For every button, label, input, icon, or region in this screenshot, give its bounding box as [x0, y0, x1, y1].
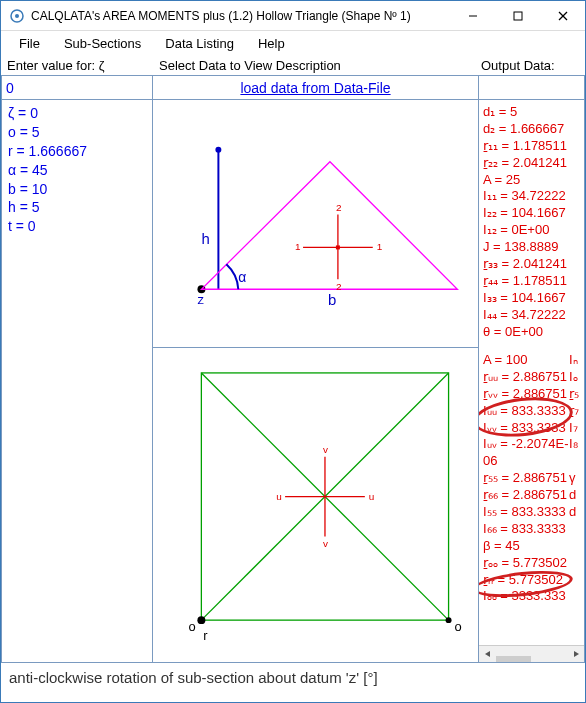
menu-help[interactable]: Help — [246, 33, 297, 54]
input-row: load data from Data-File — [1, 75, 585, 100]
diagram-square[interactable]: v v u u o o r — [153, 348, 479, 663]
output-list-2[interactable]: A = 100Iₙ ṟᵤᵤ = 2.886751Iₒ ṟᵥᵥ = 2.88675… — [479, 348, 584, 645]
output-item: I₅₅ = 833.3333 — [483, 504, 569, 521]
svg-point-30 — [197, 616, 205, 624]
output-item: d — [569, 504, 576, 521]
input-item: α = 45 — [8, 161, 146, 180]
input-item: t = 0 — [8, 217, 146, 236]
output-item: ṟ₅ — [569, 386, 579, 403]
output-item: I₄₄ = 34.72222 — [483, 307, 580, 324]
input-list[interactable]: ζ = 0 o = 5 r = 1.666667 α = 45 b = 10 h… — [1, 100, 153, 663]
output-item: A = 100 — [483, 352, 569, 369]
diagram-triangle[interactable]: z α h b 2 2 1 1 — [153, 100, 479, 348]
output-item: d₂ = 1.666667 — [483, 121, 580, 138]
output-item: Iᵤᵥ = -2.2074E-06 — [483, 436, 569, 470]
input-item: o = 5 — [8, 123, 146, 142]
label-row: Enter value for: ζ Select Data to View D… — [1, 55, 585, 75]
value-input[interactable] — [1, 75, 153, 100]
svg-text:z: z — [197, 292, 203, 307]
output-item: β = 45 — [483, 538, 580, 555]
svg-text:o: o — [455, 619, 462, 634]
svg-text:2: 2 — [336, 202, 342, 213]
svg-point-7 — [215, 147, 221, 153]
scroll-thumb[interactable] — [496, 656, 531, 663]
maximize-button[interactable] — [495, 1, 540, 31]
svg-marker-36 — [574, 651, 579, 657]
output-item: Iₙ — [569, 352, 578, 369]
svg-text:o: o — [188, 619, 195, 634]
output-item: ṟᵥᵥ = 2.886751 — [483, 386, 569, 403]
svg-point-31 — [446, 617, 452, 623]
svg-text:1: 1 — [377, 241, 383, 252]
input-item: r = 1.666667 — [8, 142, 146, 161]
output-item: Iᵤᵤ = 833.3333 — [483, 403, 569, 420]
svg-point-1 — [15, 14, 19, 18]
output-item: ṟ₅₅ = 2.886751 — [483, 470, 569, 487]
titlebar: CALQLATA's AREA MOMENTS plus (1.2) Hollo… — [1, 1, 585, 31]
output-item: ṟ₆₆ = 2.886751 — [483, 487, 569, 504]
svg-text:b: b — [328, 291, 336, 308]
menu-file[interactable]: File — [7, 33, 52, 54]
load-data-link[interactable]: load data from Data-File — [240, 80, 390, 96]
output-item: A = 25 — [483, 172, 580, 189]
svg-text:v: v — [323, 538, 328, 549]
svg-rect-3 — [514, 12, 522, 20]
output-item: ṟ₂₂ = 2.041241 — [483, 155, 580, 172]
output-item: d — [569, 487, 576, 504]
status-bar: anti-clockwise rotation of sub-section a… — [1, 663, 585, 699]
output-item: ṟₒₒ = 5.773502 — [483, 555, 580, 572]
menu-sub-sections[interactable]: Sub-Sections — [52, 33, 153, 54]
horizontal-scrollbar[interactable] — [479, 645, 584, 662]
output-item: J = 138.8889 — [483, 239, 580, 256]
menubar: File Sub-Sections Data Listing Help — [1, 31, 585, 55]
output-item: I₁₁ = 34.72222 — [483, 188, 580, 205]
output-item: Iᵥᵥ = 833.3333 — [483, 420, 569, 437]
output-item: ṟ₁₁ = 1.178511 — [483, 138, 580, 155]
svg-text:u: u — [276, 491, 282, 502]
app-icon — [9, 8, 25, 24]
svg-text:h: h — [201, 230, 209, 247]
output-item: I₆₆ = 833.3333 — [483, 521, 580, 538]
svg-marker-35 — [485, 651, 490, 657]
svg-text:α: α — [238, 269, 246, 285]
svg-text:v: v — [323, 444, 328, 455]
window-title: CALQLATA's AREA MOMENTS plus (1.2) Hollo… — [31, 9, 450, 23]
input-item: b = 10 — [8, 180, 146, 199]
output-pane: d₁ = 5 d₂ = 1.666667 ṟ₁₁ = 1.178511 ṟ₂₂ … — [479, 100, 585, 663]
input-item: ζ = 0 — [8, 104, 146, 123]
output-item: I₇ — [569, 420, 578, 437]
main-row: ζ = 0 o = 5 r = 1.666667 α = 45 b = 10 h… — [1, 100, 585, 663]
svg-text:2: 2 — [336, 281, 342, 292]
output-item: Iₒ — [569, 369, 578, 386]
output-item: Iₒₒ = 3333.333 — [483, 588, 580, 605]
link-cell: load data from Data-File — [153, 75, 479, 100]
output-item: ṟᵣᵣ = 5.773502 — [483, 572, 580, 589]
output-header-cell — [479, 75, 585, 100]
output-item: I₂₂ = 104.1667 — [483, 205, 580, 222]
svg-text:1: 1 — [295, 241, 301, 252]
output-item: γ — [569, 470, 576, 487]
output-item: ṟ₇ — [569, 403, 579, 420]
output-item: I₃₃ = 104.1667 — [483, 290, 580, 307]
output-item: θ = 0E+00 — [483, 324, 580, 341]
center-pane: z α h b 2 2 1 1 — [153, 100, 479, 663]
status-text: anti-clockwise rotation of sub-section a… — [9, 669, 378, 686]
output-item: d₁ = 5 — [483, 104, 580, 121]
select-data-label: Select Data to View Description — [155, 58, 477, 73]
scroll-right-button[interactable] — [567, 646, 584, 663]
output-data-label: Output Data: — [477, 58, 583, 73]
output-item: ṟᵤᵤ = 2.886751 — [483, 369, 569, 386]
output-item: I₁₂ = 0E+00 — [483, 222, 580, 239]
minimize-button[interactable] — [450, 1, 495, 31]
svg-text:u: u — [369, 491, 375, 502]
enter-value-label: Enter value for: ζ — [3, 58, 155, 73]
output-item: ṟ₃₃ = 2.041241 — [483, 256, 580, 273]
svg-text:r: r — [203, 628, 208, 643]
output-item: ṟ₄₄ = 1.178511 — [483, 273, 580, 290]
input-item: h = 5 — [8, 198, 146, 217]
menu-data-listing[interactable]: Data Listing — [153, 33, 246, 54]
close-button[interactable] — [540, 1, 585, 31]
output-list-1[interactable]: d₁ = 5 d₂ = 1.666667 ṟ₁₁ = 1.178511 ṟ₂₂ … — [479, 100, 584, 348]
scroll-left-button[interactable] — [479, 646, 496, 663]
output-item: I₈ — [569, 436, 578, 470]
